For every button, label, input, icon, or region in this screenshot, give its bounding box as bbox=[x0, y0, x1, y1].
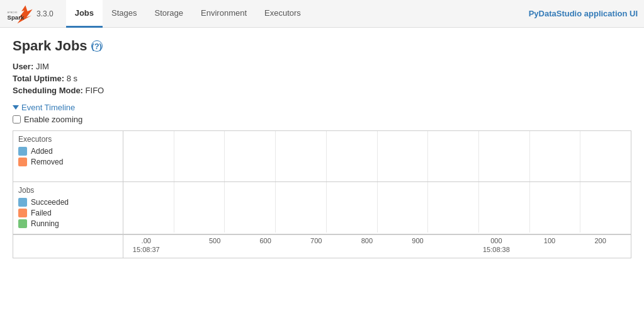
time-label: 700 bbox=[310, 236, 322, 245]
time-label: 100 bbox=[544, 236, 555, 245]
scheduling-label: Scheduling Mode: bbox=[13, 86, 83, 95]
grid-col-5 bbox=[327, 131, 378, 181]
added-color-box bbox=[18, 147, 27, 156]
event-timeline-toggle[interactable]: Event Timeline bbox=[13, 103, 631, 112]
jobs-chart-area bbox=[123, 182, 631, 233]
nav-links: Jobs Stages Storage Environment Executor… bbox=[66, 0, 529, 28]
nav-executors[interactable]: Executors bbox=[256, 0, 310, 28]
grid-col-4 bbox=[276, 131, 327, 181]
navbar: APACHE Spark 3.3.0 Jobs Stages Storage E… bbox=[0, 0, 644, 28]
timeline-container: Executors Added Removed bbox=[13, 130, 631, 258]
succeeded-label: Succeeded bbox=[31, 198, 69, 207]
nav-jobs[interactable]: Jobs bbox=[66, 0, 103, 28]
event-timeline-label: Event Timeline bbox=[21, 103, 75, 112]
time-label: 600 bbox=[259, 236, 271, 245]
nav-environment[interactable]: Environment bbox=[192, 0, 256, 28]
user-info: User: JIM bbox=[13, 62, 631, 71]
grid-col-9 bbox=[530, 131, 581, 181]
grid-col-3 bbox=[225, 131, 276, 181]
executors-section: Executors Added Removed bbox=[13, 131, 631, 182]
page-title: Spark Jobs bbox=[13, 38, 88, 54]
jobs-grid-col-10 bbox=[580, 182, 631, 233]
user-label: User: bbox=[13, 62, 33, 71]
page-title-container: Spark Jobs (?) bbox=[13, 38, 631, 54]
added-label: Added bbox=[31, 147, 53, 156]
executors-chart-area bbox=[123, 131, 631, 181]
grid-col-8 bbox=[479, 131, 530, 181]
spark-logo: APACHE Spark bbox=[6, 4, 37, 24]
time-label: 800 bbox=[361, 236, 373, 245]
jobs-section: Jobs Succeeded Failed Running bbox=[13, 182, 631, 234]
scheduling-info: Scheduling Mode: FIFO bbox=[13, 86, 631, 95]
enable-zoom-label[interactable]: Enable zooming bbox=[24, 115, 82, 124]
executors-removed-legend: Removed bbox=[18, 158, 118, 166]
enable-zoom-checkbox[interactable] bbox=[13, 115, 21, 124]
jobs-failed-legend: Failed bbox=[18, 209, 118, 217]
jobs-running-legend: Running bbox=[18, 219, 118, 228]
grid-col-2 bbox=[174, 131, 225, 181]
grid-col-1 bbox=[123, 131, 174, 181]
grid-col-10 bbox=[580, 131, 631, 181]
time-label: 200 bbox=[594, 236, 606, 245]
logo-area: APACHE Spark 3.3.0 bbox=[6, 4, 54, 24]
running-color-box bbox=[18, 219, 27, 228]
time-label: 00015:08:38 bbox=[483, 236, 510, 255]
enable-zoom-row: Enable zooming bbox=[13, 115, 631, 124]
help-icon[interactable]: (?) bbox=[91, 40, 103, 52]
uptime-label: Total Uptime: bbox=[13, 74, 64, 83]
scheduling-value: FIFO bbox=[86, 86, 105, 95]
failed-label: Failed bbox=[31, 209, 52, 217]
svg-text:Spark: Spark bbox=[8, 13, 25, 20]
nav-stages[interactable]: Stages bbox=[103, 0, 145, 28]
jobs-grid-col-1 bbox=[123, 182, 174, 233]
version-label: 3.3.0 bbox=[37, 9, 54, 18]
app-title: PyDataStudio application UI bbox=[529, 9, 638, 18]
jobs-legend-panel: Jobs Succeeded Failed Running bbox=[13, 182, 123, 234]
removed-color-box bbox=[18, 158, 27, 166]
jobs-succeeded-legend: Succeeded bbox=[18, 198, 118, 207]
nav-storage[interactable]: Storage bbox=[146, 0, 193, 28]
jobs-grid-col-4 bbox=[276, 182, 327, 233]
app-suffix: application UI bbox=[582, 9, 638, 18]
jobs-grid-col-8 bbox=[479, 182, 530, 233]
time-axis-legend-spacer bbox=[13, 235, 123, 258]
executors-added-legend: Added bbox=[18, 147, 118, 156]
jobs-grid-col-6 bbox=[378, 182, 429, 233]
jobs-grid-col-2 bbox=[174, 182, 225, 233]
executors-title: Executors bbox=[18, 135, 118, 144]
time-label: 900 bbox=[412, 236, 423, 245]
uptime-info: Total Uptime: 8 s bbox=[13, 74, 631, 83]
jobs-grid-col-5 bbox=[327, 182, 378, 233]
chevron-down-icon bbox=[13, 105, 19, 110]
app-name: PyDataStudio bbox=[529, 9, 582, 18]
grid-col-6 bbox=[378, 131, 429, 181]
jobs-title: Jobs bbox=[18, 186, 118, 195]
removed-label: Removed bbox=[31, 158, 63, 166]
executors-legend-panel: Executors Added Removed bbox=[13, 131, 123, 181]
time-axis: .0015:08:3750060070080090000015:08:38100… bbox=[13, 234, 631, 258]
time-label: 500 bbox=[209, 236, 220, 245]
failed-color-box bbox=[18, 209, 27, 217]
jobs-grid-col-3 bbox=[225, 182, 276, 233]
time-label: .0015:08:37 bbox=[133, 236, 160, 255]
main-content: Spark Jobs (?) User: JIM Total Uptime: 8… bbox=[0, 28, 644, 268]
succeeded-color-box bbox=[18, 198, 27, 207]
time-axis-labels: .0015:08:3750060070080090000015:08:38100… bbox=[123, 235, 631, 258]
jobs-grid-col-7 bbox=[428, 182, 479, 233]
uptime-value: 8 s bbox=[67, 74, 77, 83]
running-label: Running bbox=[31, 219, 59, 228]
user-value: JIM bbox=[36, 62, 49, 71]
jobs-grid-col-9 bbox=[530, 182, 581, 233]
grid-col-7 bbox=[428, 131, 479, 181]
